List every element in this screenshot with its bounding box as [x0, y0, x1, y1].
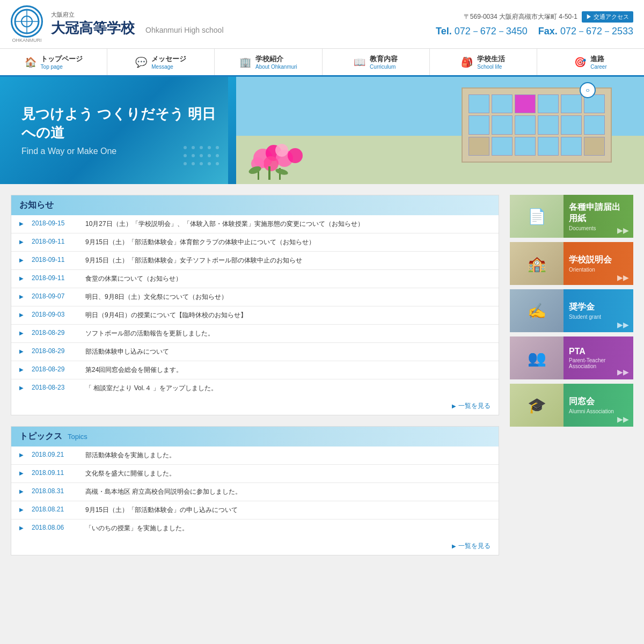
- address-text: 〒569-0034 大阪府高槻市大塚町 4-50-1: [464, 12, 577, 21]
- bullet-icon: ▶: [19, 525, 24, 531]
- topics-title-jp: トピックス: [19, 431, 62, 442]
- topics-view-all-link[interactable]: ▶ 一覧を見る: [452, 541, 491, 551]
- topic-item[interactable]: ▶ 2018.08.31 高槻・島本地区 府立高校合同説明会に参加しました。: [11, 483, 499, 501]
- nav-career[interactable]: 🎯 進路 Career: [537, 49, 644, 75]
- topic-date: 2018.08.06: [32, 524, 77, 531]
- topic-date: 2018.09.21: [32, 451, 77, 458]
- card-arrow-icon: ▶▶: [617, 273, 629, 282]
- sidebar-card[interactable]: 👥 PTA Parent-Teacher Association ▶▶: [510, 336, 633, 379]
- svg-point-16: [200, 162, 203, 165]
- bullet-icon: ▶: [19, 257, 24, 263]
- main-nav: 🏠 トップページ Top page 💬 メッセージ Message 🏢 学校紹介…: [0, 49, 644, 77]
- main-content: お知らせ ▶ 2018-09-15 10月27日（土）「学校説明会」、「体験入部…: [11, 195, 499, 566]
- news-item[interactable]: ▶ 2018-09-11 9月15日（土）「部活動体験会」体育館クラブの体験中止…: [11, 233, 499, 252]
- nav-top-en: Top page: [41, 64, 83, 70]
- nav-career-en: Career: [590, 64, 607, 70]
- sidebar-card[interactable]: ✍️ 奨学金 Student grant ▶▶: [510, 289, 633, 332]
- book-icon: 📖: [354, 56, 365, 68]
- bullet-icon: ▶: [19, 367, 24, 372]
- topic-item[interactable]: ▶ 2018.08.06 「いのちの授業」を実施しました。: [11, 519, 499, 537]
- news-item[interactable]: ▶ 2018-09-07 明日、9月8日（土）文化祭について（お知らせ）: [11, 288, 499, 306]
- card-arrow-icon: ▶▶: [617, 320, 629, 329]
- sidebar-cards: 📄 各種申請届出用紙 Documents ▶▶ 🏫 学校説明会 Orientat…: [510, 195, 633, 427]
- topic-text: 「いのちの授業」を実施しました。: [85, 524, 491, 533]
- news-date: 2018-09-11: [32, 274, 77, 282]
- topic-text: 高槻・島本地区 府立高校合同説明会に参加しました。: [85, 487, 491, 496]
- access-button[interactable]: ▶ 交通アクセス: [582, 11, 633, 23]
- sidebar-card[interactable]: 📄 各種申請届出用紙 Documents ▶▶: [510, 195, 633, 238]
- nav-about[interactable]: 🏢 学校紹介 About Ohkanmuri: [215, 49, 322, 75]
- news-date: 2018-08-29: [32, 347, 77, 355]
- card-arrow-icon: ▶▶: [617, 226, 629, 235]
- card-title-jp: PTA: [569, 347, 628, 356]
- tel-fax-line: Tel. 072－672－3450 Fax. 072－672－2533: [436, 25, 633, 38]
- page-content: お知らせ ▶ 2018-09-15 10月27日（土）「学校説明会」、「体験入部…: [0, 184, 644, 577]
- hero-banner: 見つけよう つくりだそう 明日への道 Find a Way or Make On…: [0, 77, 644, 184]
- topic-item[interactable]: ▶ 2018.09.11 文化祭を盛大に開催しました。: [11, 465, 499, 483]
- news-item[interactable]: ▶ 2018-08-29 第24回同窓会総会を開催します。: [11, 361, 499, 379]
- news-item[interactable]: ▶ 2018-08-29 ソフトボール部の活動報告を更新しました。: [11, 325, 499, 343]
- news-date: 2018-08-29: [32, 365, 77, 373]
- svg-point-6: [200, 146, 203, 149]
- card-title-jp: 学校説明会: [569, 254, 628, 266]
- nav-curriculum[interactable]: 📖 教育内容 Curriculum: [323, 49, 430, 75]
- hero-tagline-jp: 見つけよう つくりだそう 明日への道: [21, 105, 217, 142]
- nav-school-life-jp: 学校生活: [477, 54, 505, 64]
- card-title-en: Student grant: [569, 314, 628, 320]
- bullet-icon: ▶: [19, 470, 24, 476]
- news-item[interactable]: ▶ 2018-08-23 「 相談室だより Vol.４ 」をアップしました。: [11, 379, 499, 397]
- sidebar: 📄 各種申請届出用紙 Documents ▶▶ 🏫 学校説明会 Orientat…: [510, 195, 633, 566]
- topics-view-all-label: 一覧を見る: [458, 541, 491, 551]
- news-view-all: ▶ 一覧を見る: [11, 397, 499, 415]
- nav-curriculum-jp: 教育内容: [370, 54, 398, 64]
- svg-point-18: [216, 162, 219, 165]
- news-view-all-link[interactable]: ▶ 一覧を見る: [452, 401, 491, 411]
- card-image: 👥: [510, 336, 564, 379]
- fax-label: Fax.: [538, 26, 558, 36]
- topics-section: トピックス Topics ▶ 2018.09.21 部活動体験会を実施しました。…: [11, 426, 499, 555]
- svg-rect-26: [268, 166, 270, 180]
- topics-header: トピックス Topics: [11, 427, 499, 447]
- sidebar-card[interactable]: 🏫 学校説明会 Orientation ▶▶: [510, 242, 633, 285]
- bullet-icon: ▶: [19, 507, 24, 513]
- bullet-icon: ▶: [19, 348, 24, 354]
- topic-date: 2018.08.31: [32, 487, 77, 495]
- news-item[interactable]: ▶ 2018-09-03 明日（9月4日）の授業について【臨時休校のお知らせ】: [11, 306, 499, 325]
- topic-date: 2018.08.21: [32, 506, 77, 513]
- svg-point-25: [275, 144, 288, 157]
- topic-item[interactable]: ▶ 2018.08.21 9月15日（土）「部活動体験会」の申し込みについて: [11, 501, 499, 519]
- nav-message[interactable]: 💬 メッセージ Message: [107, 49, 215, 75]
- news-date: 2018-09-11: [32, 238, 77, 245]
- nav-top[interactable]: 🏠 トップページ Top page: [0, 49, 107, 75]
- arrow-icon: ▶: [452, 403, 456, 409]
- topic-item[interactable]: ▶ 2018.09.21 部活動体験会を実施しました。: [11, 447, 499, 465]
- svg-point-13: [216, 154, 219, 157]
- news-item[interactable]: ▶ 2018-08-29 部活動体験申し込みについて: [11, 343, 499, 361]
- bullet-icon: ▶: [19, 239, 24, 245]
- home-icon: 🏠: [25, 56, 36, 68]
- topic-text: 9月15日（土）「部活動体験会」の申し込みについて: [85, 506, 491, 515]
- address-line: 〒569-0034 大阪府高槻市大塚町 4-50-1 ▶ 交通アクセス: [436, 11, 633, 23]
- svg-point-22: [264, 156, 279, 171]
- topic-date: 2018.09.11: [32, 469, 77, 477]
- news-item[interactable]: ▶ 2018-09-11 食堂の休業について（お知らせ）: [11, 270, 499, 288]
- news-item[interactable]: ▶ 2018-09-15 10月27日（土）「学校説明会」、「体験入部・体験授業…: [11, 215, 499, 233]
- svg-point-9: [184, 154, 187, 157]
- bullet-icon: ▶: [19, 312, 24, 318]
- news-text: 部活動体験申し込みについて: [85, 347, 491, 356]
- news-text: 第24回同窓会総会を開催します。: [85, 365, 491, 375]
- svg-point-7: [208, 146, 211, 149]
- card-image: 🎓: [510, 384, 564, 427]
- svg-point-10: [192, 154, 195, 157]
- nav-school-life[interactable]: 🎒 学校生活 School life: [430, 49, 537, 75]
- fax-number: 072－672－2533: [560, 26, 633, 36]
- news-text: 10月27日（土）「学校説明会」、「体験入部・体験授業」実施形態の変更について（…: [85, 219, 491, 229]
- news-header: お知らせ: [11, 195, 499, 215]
- news-text: 9月15日（土）「部活動体験会」体育館クラブの体験中止について（お知らせ）: [85, 238, 491, 247]
- header: OHKANMURI 大阪府立 大冠高等学校 Ohkanmuri High sch…: [0, 0, 644, 49]
- header-right: 〒569-0034 大阪府高槻市大塚町 4-50-1 ▶ 交通アクセス Tel.…: [436, 11, 633, 38]
- bullet-icon: ▶: [19, 275, 24, 281]
- news-item[interactable]: ▶ 2018-09-11 9月15日（土）「部活動体験会」女子ソフトボール部の体…: [11, 252, 499, 270]
- sidebar-card[interactable]: 🎓 同窓会 Alumni Association ▶▶: [510, 384, 633, 427]
- news-date: 2018-08-23: [32, 384, 77, 391]
